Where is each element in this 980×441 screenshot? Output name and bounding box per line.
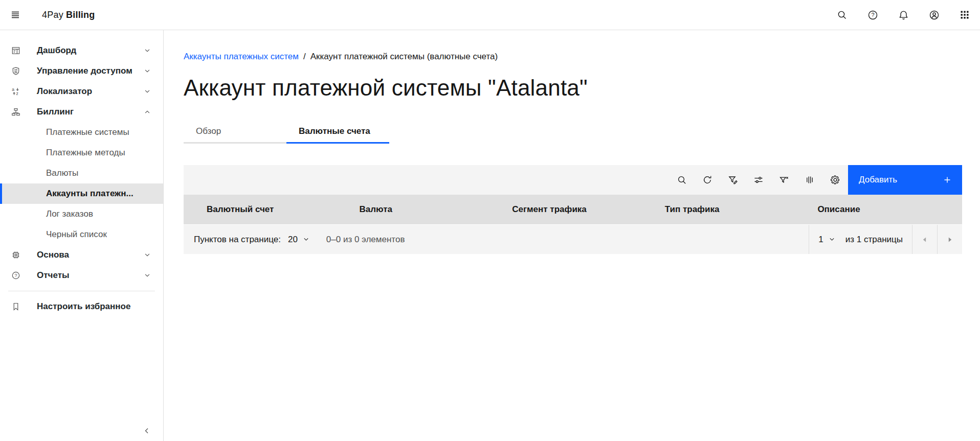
svg-text:?: ? <box>871 12 874 18</box>
chip-icon <box>11 250 20 260</box>
table-settings-adjust-button[interactable] <box>746 165 771 195</box>
items-per-page-select[interactable]: 20 <box>288 235 309 245</box>
help-icon: ? <box>867 10 878 20</box>
sidebar-item-dashboard[interactable]: Дашборд <box>0 40 163 61</box>
table-refresh-button[interactable] <box>695 165 720 195</box>
table-search-button[interactable] <box>669 165 695 195</box>
user-button[interactable] <box>919 0 949 30</box>
sidebar-subitem-label: Аккаунты платежн... <box>46 189 133 199</box>
sidebar-item-label: Управление доступом <box>37 66 144 76</box>
translate-icon: a z <box>11 87 20 96</box>
items-per-page-label: Пунктов на странице: <box>194 235 281 245</box>
tab-overview[interactable]: Обзор <box>184 120 286 144</box>
column-header-label: Описание <box>817 204 860 215</box>
sidebar-item-reports[interactable]: ? Отчеты <box>0 265 163 286</box>
breadcrumb-link-payment-system-accounts[interactable]: Аккаунты платежных систем <box>184 51 299 62</box>
column-header-traffic-segment[interactable]: Сегмент трафика <box>504 195 657 224</box>
column-header-currency-account[interactable]: Валютный счет <box>184 195 351 224</box>
pagination-divider <box>809 225 809 254</box>
caret-right-icon <box>946 236 954 244</box>
sidebar-subitem-label: Платежные системы <box>46 127 129 137</box>
column-header-label: Сегмент трафика <box>512 204 587 215</box>
chevron-left-icon <box>143 427 151 435</box>
svg-text:z: z <box>16 91 18 96</box>
chevron-down-icon <box>144 67 151 75</box>
tree-icon <box>11 107 20 117</box>
page-select[interactable]: 1 <box>818 225 835 254</box>
column-header-label: Тип трафика <box>665 204 720 215</box>
sidebar-item-localizer[interactable]: a z Локализатор <box>0 81 163 102</box>
sidebar-divider <box>8 291 155 291</box>
sidebar-subitem-order-log[interactable]: Лог заказов <box>0 204 163 224</box>
tab-label: Валютные счета <box>299 126 370 136</box>
sidebar-subitem-label: Черный список <box>46 229 107 240</box>
tab-currency-accounts[interactable]: Валютные счета <box>286 120 389 144</box>
sidebar-item-label: Дашборд <box>37 45 144 56</box>
question-circle-icon: ? <box>11 271 20 280</box>
tab-label: Обзор <box>196 126 221 136</box>
pagination-range-text: 0–0 из 0 элементов <box>317 235 414 245</box>
search-icon <box>677 175 687 185</box>
sidebar-item-favorites[interactable]: Настроить избранное <box>0 296 163 317</box>
add-button[interactable]: Добавить <box>848 165 962 195</box>
chevron-down-icon <box>144 47 151 54</box>
page-title: Аккаунт платежной системы "Atalanta" <box>184 73 962 103</box>
caret-left-icon <box>921 236 929 244</box>
sidebar-item-access-management[interactable]: Управление доступом <box>0 61 163 81</box>
sidebar-item-label: Настроить избранное <box>37 301 151 312</box>
sidebar-subitem-label: Платежные методы <box>46 148 125 158</box>
chevron-down-icon <box>144 88 151 95</box>
column-header-currency[interactable]: Валюта <box>351 195 504 224</box>
table-columns-button[interactable] <box>797 165 822 195</box>
refresh-icon <box>702 175 712 185</box>
search-icon <box>837 10 847 20</box>
sidebar-subitem-payment-system-accounts[interactable]: Аккаунты платежн... <box>0 183 163 204</box>
breadcrumb-separator: / <box>303 51 306 62</box>
app-switcher-button[interactable] <box>949 0 980 30</box>
app-root: 4Pay Billing ? <box>0 0 980 441</box>
add-button-label: Добавить <box>859 175 897 185</box>
top-header: 4Pay Billing ? <box>0 0 980 30</box>
column-header-traffic-type[interactable]: Тип трафика <box>657 195 810 224</box>
column-header-description[interactable]: Описание <box>809 195 962 224</box>
notifications-button[interactable] <box>888 0 919 30</box>
menu-button[interactable] <box>0 0 31 30</box>
bell-icon <box>898 10 909 20</box>
sidebar-item-billing[interactable]: Биллинг <box>0 102 163 122</box>
search-button[interactable] <box>827 0 857 30</box>
chevron-up-icon <box>144 108 151 115</box>
chevron-down-icon <box>144 272 151 279</box>
sliders-icon <box>753 175 764 185</box>
pagination-bar: Пунктов на странице: 20 0–0 из 0 элемент… <box>184 224 962 254</box>
chevron-down-icon <box>829 236 835 243</box>
product-name: 4Pay <box>42 10 63 20</box>
sidebar-subitem-payment-methods[interactable]: Платежные методы <box>0 143 163 163</box>
shield-icon <box>11 66 20 76</box>
table-settings-button[interactable] <box>822 165 848 195</box>
dashboard-icon <box>11 46 20 55</box>
filter-edit-icon <box>728 175 738 185</box>
pagination-right: 1 из 1 страницы <box>809 225 962 254</box>
help-button[interactable]: ? <box>857 0 888 30</box>
filter-remove-icon <box>779 175 789 185</box>
items-per-page-value: 20 <box>288 235 298 245</box>
plus-icon <box>943 176 951 184</box>
table-filter-remove-button[interactable] <box>771 165 797 195</box>
previous-page-button[interactable] <box>912 225 937 254</box>
chevron-down-icon <box>144 251 151 259</box>
sidebar-subitem-payment-systems[interactable]: Платежные системы <box>0 122 163 143</box>
tabs: Обзор Валютные счета <box>184 120 962 144</box>
gear-icon <box>830 175 840 185</box>
app-logo: 4Pay Billing <box>42 10 95 20</box>
next-page-button[interactable] <box>938 225 962 254</box>
sidebar-item-label: Отчеты <box>37 270 144 281</box>
sidebar-collapse-button[interactable] <box>138 422 156 440</box>
sidebar-item-core[interactable]: Основа <box>0 245 163 265</box>
breadcrumb-current: Аккаунт платежной системы (валютные счет… <box>310 51 498 62</box>
sidebar-subitem-blacklist[interactable]: Черный список <box>0 224 163 245</box>
table-filter-edit-button[interactable] <box>720 165 746 195</box>
sidebar-subitem-currencies[interactable]: Валюты <box>0 163 163 183</box>
svg-text:?: ? <box>14 273 17 278</box>
sidebar: Дашборд Управление доступом a <box>0 30 164 441</box>
chevron-down-icon <box>303 236 309 243</box>
